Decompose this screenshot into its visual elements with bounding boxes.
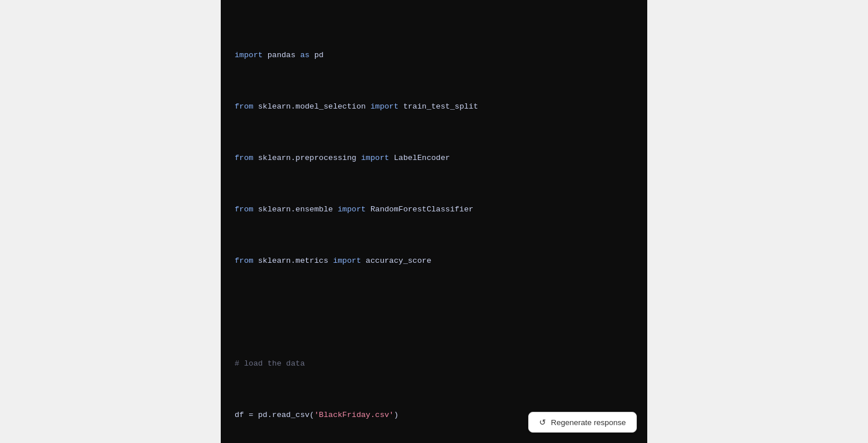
code-line-4: from sklearn.ensemble import RandomFores… <box>235 203 633 216</box>
code-line-2: from sklearn.model_selection import trai… <box>235 100 633 113</box>
code-line-1: import pandas as pd <box>235 49 633 62</box>
code-line-7: # load the data <box>235 358 633 370</box>
regenerate-label: Regenerate response <box>551 418 626 427</box>
regenerate-icon: ↺ <box>539 418 546 427</box>
page-wrapper: import pandas as pd from sklearn.model_s… <box>0 0 868 443</box>
code-line-5: from sklearn.metrics import accuracy_sco… <box>235 255 633 267</box>
code-content: import pandas as pd from sklearn.model_s… <box>221 5 647 443</box>
regen-btn-container: ↺ Regenerate response <box>528 412 637 433</box>
code-panel: import pandas as pd from sklearn.model_s… <box>221 0 647 443</box>
regenerate-button[interactable]: ↺ Regenerate response <box>528 412 637 433</box>
code-line-blank1 <box>235 306 633 319</box>
code-line-3: from sklearn.preprocessing import LabelE… <box>235 152 633 165</box>
